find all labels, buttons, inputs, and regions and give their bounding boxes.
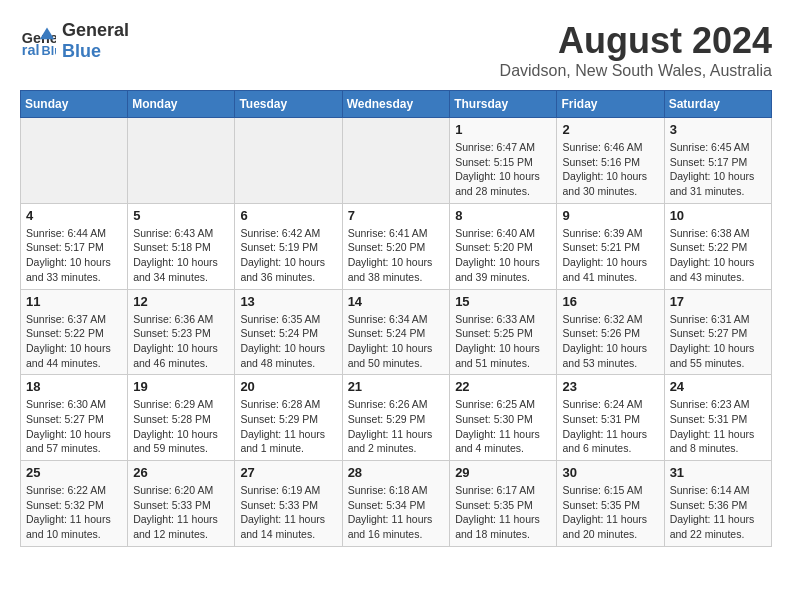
day-number: 24 [670, 379, 766, 394]
day-header-sunday: Sunday [21, 91, 128, 118]
day-info: Sunrise: 6:26 AM Sunset: 5:29 PM Dayligh… [348, 397, 445, 456]
calendar-cell: 30Sunrise: 6:15 AM Sunset: 5:35 PM Dayli… [557, 461, 664, 547]
day-info: Sunrise: 6:24 AM Sunset: 5:31 PM Dayligh… [562, 397, 658, 456]
day-header-wednesday: Wednesday [342, 91, 450, 118]
calendar-cell: 15Sunrise: 6:33 AM Sunset: 5:25 PM Dayli… [450, 289, 557, 375]
logo-icon: Gene ral Blue [20, 23, 56, 59]
day-number: 1 [455, 122, 551, 137]
day-info: Sunrise: 6:45 AM Sunset: 5:17 PM Dayligh… [670, 140, 766, 199]
day-number: 9 [562, 208, 658, 223]
day-info: Sunrise: 6:23 AM Sunset: 5:31 PM Dayligh… [670, 397, 766, 456]
calendar-cell: 13Sunrise: 6:35 AM Sunset: 5:24 PM Dayli… [235, 289, 342, 375]
day-number: 19 [133, 379, 229, 394]
day-number: 18 [26, 379, 122, 394]
calendar-table: SundayMondayTuesdayWednesdayThursdayFrid… [20, 90, 772, 547]
day-header-tuesday: Tuesday [235, 91, 342, 118]
day-number: 15 [455, 294, 551, 309]
day-number: 4 [26, 208, 122, 223]
day-info: Sunrise: 6:40 AM Sunset: 5:20 PM Dayligh… [455, 226, 551, 285]
calendar-cell: 20Sunrise: 6:28 AM Sunset: 5:29 PM Dayli… [235, 375, 342, 461]
day-number: 5 [133, 208, 229, 223]
calendar-week-row: 11Sunrise: 6:37 AM Sunset: 5:22 PM Dayli… [21, 289, 772, 375]
day-header-thursday: Thursday [450, 91, 557, 118]
calendar-week-row: 4Sunrise: 6:44 AM Sunset: 5:17 PM Daylig… [21, 203, 772, 289]
calendar-cell: 23Sunrise: 6:24 AM Sunset: 5:31 PM Dayli… [557, 375, 664, 461]
day-number: 8 [455, 208, 551, 223]
calendar-cell [128, 118, 235, 204]
day-info: Sunrise: 6:20 AM Sunset: 5:33 PM Dayligh… [133, 483, 229, 542]
day-info: Sunrise: 6:19 AM Sunset: 5:33 PM Dayligh… [240, 483, 336, 542]
day-info: Sunrise: 6:17 AM Sunset: 5:35 PM Dayligh… [455, 483, 551, 542]
day-header-saturday: Saturday [664, 91, 771, 118]
calendar-cell: 28Sunrise: 6:18 AM Sunset: 5:34 PM Dayli… [342, 461, 450, 547]
day-info: Sunrise: 6:47 AM Sunset: 5:15 PM Dayligh… [455, 140, 551, 199]
day-info: Sunrise: 6:46 AM Sunset: 5:16 PM Dayligh… [562, 140, 658, 199]
calendar-cell: 8Sunrise: 6:40 AM Sunset: 5:20 PM Daylig… [450, 203, 557, 289]
day-number: 2 [562, 122, 658, 137]
logo: Gene ral Blue General Blue [20, 20, 129, 62]
day-number: 21 [348, 379, 445, 394]
day-number: 23 [562, 379, 658, 394]
day-number: 3 [670, 122, 766, 137]
day-header-friday: Friday [557, 91, 664, 118]
calendar-cell: 25Sunrise: 6:22 AM Sunset: 5:32 PM Dayli… [21, 461, 128, 547]
calendar-cell: 24Sunrise: 6:23 AM Sunset: 5:31 PM Dayli… [664, 375, 771, 461]
day-number: 31 [670, 465, 766, 480]
day-info: Sunrise: 6:22 AM Sunset: 5:32 PM Dayligh… [26, 483, 122, 542]
calendar-cell: 22Sunrise: 6:25 AM Sunset: 5:30 PM Dayli… [450, 375, 557, 461]
day-info: Sunrise: 6:32 AM Sunset: 5:26 PM Dayligh… [562, 312, 658, 371]
day-info: Sunrise: 6:18 AM Sunset: 5:34 PM Dayligh… [348, 483, 445, 542]
day-number: 25 [26, 465, 122, 480]
logo-line1: General [62, 20, 129, 41]
calendar-cell [21, 118, 128, 204]
calendar-week-row: 1Sunrise: 6:47 AM Sunset: 5:15 PM Daylig… [21, 118, 772, 204]
day-info: Sunrise: 6:31 AM Sunset: 5:27 PM Dayligh… [670, 312, 766, 371]
calendar-cell: 5Sunrise: 6:43 AM Sunset: 5:18 PM Daylig… [128, 203, 235, 289]
day-info: Sunrise: 6:41 AM Sunset: 5:20 PM Dayligh… [348, 226, 445, 285]
day-info: Sunrise: 6:44 AM Sunset: 5:17 PM Dayligh… [26, 226, 122, 285]
day-number: 7 [348, 208, 445, 223]
day-number: 29 [455, 465, 551, 480]
calendar-cell: 18Sunrise: 6:30 AM Sunset: 5:27 PM Dayli… [21, 375, 128, 461]
calendar-cell: 17Sunrise: 6:31 AM Sunset: 5:27 PM Dayli… [664, 289, 771, 375]
day-info: Sunrise: 6:28 AM Sunset: 5:29 PM Dayligh… [240, 397, 336, 456]
month-year: August 2024 [500, 20, 772, 62]
day-info: Sunrise: 6:39 AM Sunset: 5:21 PM Dayligh… [562, 226, 658, 285]
day-number: 13 [240, 294, 336, 309]
page-header: Gene ral Blue General Blue August 2024 D… [20, 20, 772, 80]
calendar-cell: 2Sunrise: 6:46 AM Sunset: 5:16 PM Daylig… [557, 118, 664, 204]
calendar-cell: 19Sunrise: 6:29 AM Sunset: 5:28 PM Dayli… [128, 375, 235, 461]
day-number: 26 [133, 465, 229, 480]
day-info: Sunrise: 6:33 AM Sunset: 5:25 PM Dayligh… [455, 312, 551, 371]
calendar-cell: 6Sunrise: 6:42 AM Sunset: 5:19 PM Daylig… [235, 203, 342, 289]
day-number: 12 [133, 294, 229, 309]
day-info: Sunrise: 6:36 AM Sunset: 5:23 PM Dayligh… [133, 312, 229, 371]
location: Davidson, New South Wales, Australia [500, 62, 772, 80]
calendar-cell: 3Sunrise: 6:45 AM Sunset: 5:17 PM Daylig… [664, 118, 771, 204]
day-info: Sunrise: 6:43 AM Sunset: 5:18 PM Dayligh… [133, 226, 229, 285]
calendar-cell: 26Sunrise: 6:20 AM Sunset: 5:33 PM Dayli… [128, 461, 235, 547]
calendar-cell: 1Sunrise: 6:47 AM Sunset: 5:15 PM Daylig… [450, 118, 557, 204]
calendar-cell: 10Sunrise: 6:38 AM Sunset: 5:22 PM Dayli… [664, 203, 771, 289]
calendar-cell: 27Sunrise: 6:19 AM Sunset: 5:33 PM Dayli… [235, 461, 342, 547]
title-block: August 2024 Davidson, New South Wales, A… [500, 20, 772, 80]
day-number: 10 [670, 208, 766, 223]
day-info: Sunrise: 6:37 AM Sunset: 5:22 PM Dayligh… [26, 312, 122, 371]
calendar-cell: 4Sunrise: 6:44 AM Sunset: 5:17 PM Daylig… [21, 203, 128, 289]
day-header-monday: Monday [128, 91, 235, 118]
day-number: 30 [562, 465, 658, 480]
day-number: 11 [26, 294, 122, 309]
calendar-cell: 16Sunrise: 6:32 AM Sunset: 5:26 PM Dayli… [557, 289, 664, 375]
day-info: Sunrise: 6:29 AM Sunset: 5:28 PM Dayligh… [133, 397, 229, 456]
calendar-week-row: 18Sunrise: 6:30 AM Sunset: 5:27 PM Dayli… [21, 375, 772, 461]
day-info: Sunrise: 6:14 AM Sunset: 5:36 PM Dayligh… [670, 483, 766, 542]
svg-text:Blue: Blue [42, 44, 56, 58]
day-number: 20 [240, 379, 336, 394]
day-info: Sunrise: 6:30 AM Sunset: 5:27 PM Dayligh… [26, 397, 122, 456]
day-info: Sunrise: 6:34 AM Sunset: 5:24 PM Dayligh… [348, 312, 445, 371]
calendar-week-row: 25Sunrise: 6:22 AM Sunset: 5:32 PM Dayli… [21, 461, 772, 547]
day-number: 28 [348, 465, 445, 480]
day-info: Sunrise: 6:35 AM Sunset: 5:24 PM Dayligh… [240, 312, 336, 371]
calendar-header-row: SundayMondayTuesdayWednesdayThursdayFrid… [21, 91, 772, 118]
calendar-cell: 7Sunrise: 6:41 AM Sunset: 5:20 PM Daylig… [342, 203, 450, 289]
